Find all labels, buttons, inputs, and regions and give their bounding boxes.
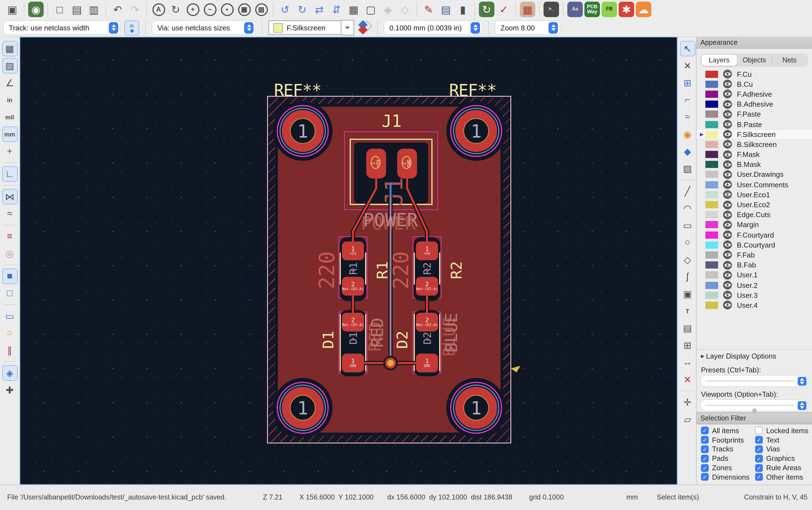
- mounting-hole-top-right[interactable]: 1: [446, 101, 506, 161]
- checkbox-icon[interactable]: ✓: [755, 464, 763, 472]
- tab-layers[interactable]: Layers: [701, 55, 736, 66]
- visibility-eye-icon[interactable]: [723, 90, 732, 98]
- visibility-eye-icon[interactable]: [723, 271, 732, 280]
- layer-row-user.eco2[interactable]: ▶User.Eco2: [697, 200, 812, 210]
- track-display-mode-button[interactable]: ≡: [2, 229, 18, 244]
- filter-tracks[interactable]: ✓Tracks: [701, 445, 755, 454]
- checkbox-icon[interactable]: ✓: [755, 455, 763, 462]
- layer-row-user.2[interactable]: ▶User.2: [697, 280, 812, 290]
- print-button[interactable]: ▤: [69, 2, 85, 17]
- draw-rectangle-button[interactable]: ▭: [680, 218, 695, 233]
- visibility-eye-icon[interactable]: [723, 221, 732, 229]
- layer-row-user.4[interactable]: ▶User.4: [697, 300, 812, 310]
- rule-area-button[interactable]: ▨: [680, 161, 695, 176]
- place-via-button[interactable]: ◉: [680, 126, 695, 142]
- visibility-eye-icon[interactable]: [723, 281, 732, 289]
- visibility-eye-icon[interactable]: [723, 190, 732, 199]
- flip-vertical-button[interactable]: ⇵: [329, 2, 344, 17]
- layer-row-f.cu[interactable]: ▶F.Cu: [697, 69, 812, 79]
- constrain-hv45-button[interactable]: ∟: [2, 166, 18, 182]
- zoom-auto-button[interactable]: A: [151, 2, 166, 17]
- layer-color-swatch[interactable]: [705, 91, 718, 98]
- layer-row-user.eco1[interactable]: ▶User.Eco1: [697, 190, 812, 200]
- visibility-eye-icon[interactable]: [723, 140, 732, 149]
- update-pcb-button[interactable]: ↻: [479, 2, 494, 17]
- place-footprint-button[interactable]: ⊞: [680, 75, 695, 91]
- layer-row-b.silkscreen[interactable]: ▶B.Silkscreen: [697, 140, 812, 149]
- r2-pad-1[interactable]: 1 +5V: [416, 242, 438, 260]
- visibility-eye-icon[interactable]: [723, 260, 732, 270]
- library-browser-button[interactable]: ▤: [438, 2, 454, 17]
- layers-manager-toggle-button[interactable]: ◈: [2, 365, 18, 381]
- zoom-fit-page-button[interactable]: ▪: [219, 2, 235, 17]
- stepper-icon[interactable]: [798, 401, 807, 410]
- plugin-fab-toolbox-button[interactable]: FB: [602, 2, 617, 17]
- layer-row-edge.cuts[interactable]: ▶Edge.Cuts: [697, 210, 812, 220]
- grid-origin-button[interactable]: ✛: [680, 395, 695, 410]
- visibility-eye-icon[interactable]: [723, 210, 732, 219]
- layer-color-swatch[interactable]: [705, 141, 718, 148]
- grid-overrides-button[interactable]: ▨: [2, 58, 18, 74]
- layer-color-swatch[interactable]: [705, 221, 718, 228]
- checkbox-icon[interactable]: ✓: [701, 427, 709, 434]
- units-mm-button[interactable]: mm: [2, 126, 18, 142]
- place-image-button[interactable]: ▣: [680, 286, 695, 302]
- visibility-eye-icon[interactable]: [723, 160, 732, 169]
- checkbox-icon[interactable]: ✓: [701, 436, 709, 444]
- select-tool-button[interactable]: ↖: [680, 41, 695, 56]
- zoom-select[interactable]: Zoom 8.00: [495, 21, 560, 35]
- design-rules-check-button[interactable]: ✓: [496, 2, 512, 17]
- refresh-button[interactable]: ↻: [168, 2, 183, 17]
- layer-row-b.fab[interactable]: ▶B.Fab: [697, 260, 812, 270]
- ratsnest-curved-button[interactable]: ≈: [2, 206, 18, 222]
- visibility-eye-icon[interactable]: [723, 291, 732, 300]
- layer-color-swatch[interactable]: [705, 151, 718, 158]
- checkbox-icon[interactable]: [755, 427, 763, 434]
- save-button[interactable]: ▣: [4, 2, 20, 17]
- layer-color-swatch[interactable]: [705, 101, 718, 108]
- plugin-pcbway-button[interactable]: PCB Way: [584, 2, 600, 17]
- stepper-icon[interactable]: [549, 22, 558, 33]
- delete-tool-button[interactable]: ✕: [680, 372, 695, 387]
- layer-color-swatch[interactable]: [705, 261, 718, 268]
- layer-color-swatch[interactable]: [705, 231, 718, 238]
- layer-dropdown-button[interactable]: [341, 20, 354, 35]
- zoom-fit-objects-button[interactable]: ▦: [236, 2, 252, 17]
- layer-row-f.paste[interactable]: ▶F.Paste: [697, 109, 812, 119]
- d1-pad-2[interactable]: 2 Net-(D1-A): [342, 313, 364, 332]
- layer-color-swatch[interactable]: [705, 181, 718, 188]
- tab-nets[interactable]: Nets: [772, 55, 807, 66]
- checkbox-icon[interactable]: ✓: [755, 473, 763, 481]
- visibility-eye-icon[interactable]: [723, 170, 732, 179]
- layer-row-f.fab[interactable]: ▶F.Fab: [697, 250, 812, 260]
- net-inspector-button[interactable]: ▦: [520, 2, 535, 17]
- d1-pad-1[interactable]: 1 GND: [342, 353, 364, 372]
- filter-all-items[interactable]: ✓All items: [701, 426, 755, 435]
- tab-objects[interactable]: Objects: [736, 55, 772, 66]
- measure-tool-button[interactable]: ▱: [680, 412, 695, 427]
- via-size-select[interactable]: Via: use netclass sizes: [152, 21, 256, 35]
- checkbox-icon[interactable]: ✓: [701, 455, 709, 462]
- auto-track-width-toggle[interactable]: =: [124, 20, 139, 35]
- tune-length-button[interactable]: ≈: [680, 109, 695, 125]
- visibility-eye-icon[interactable]: [723, 120, 732, 129]
- plugin-freerouting-button[interactable]: ✱: [619, 2, 634, 17]
- layer-color-swatch[interactable]: [705, 191, 718, 198]
- layer-row-user.3[interactable]: ▶User.3: [697, 290, 812, 300]
- layer-row-margin[interactable]: ▶Margin: [697, 220, 812, 230]
- checkbox-icon[interactable]: ✓: [755, 445, 763, 453]
- filter-rule-areas[interactable]: ✓Rule Areas: [755, 463, 812, 473]
- crosshair-cursor-button[interactable]: +: [2, 144, 18, 159]
- layer-color-swatch[interactable]: [705, 171, 718, 178]
- mounting-hole-bottom-left[interactable]: 1: [273, 378, 332, 437]
- ungroup-button[interactable]: ▢: [363, 2, 378, 17]
- stepper-icon[interactable]: [471, 22, 480, 33]
- checkbox-icon[interactable]: ✓: [701, 445, 709, 453]
- unlock-button[interactable]: ◇: [397, 2, 413, 17]
- layer-color-swatch[interactable]: [705, 70, 718, 78]
- draw-dimension-button[interactable]: ↔: [680, 355, 695, 370]
- zoom-in-button[interactable]: +: [185, 2, 201, 17]
- filter-zones[interactable]: ✓Zones: [701, 463, 755, 473]
- visibility-eye-icon[interactable]: [723, 240, 732, 250]
- visibility-eye-icon[interactable]: [723, 130, 732, 139]
